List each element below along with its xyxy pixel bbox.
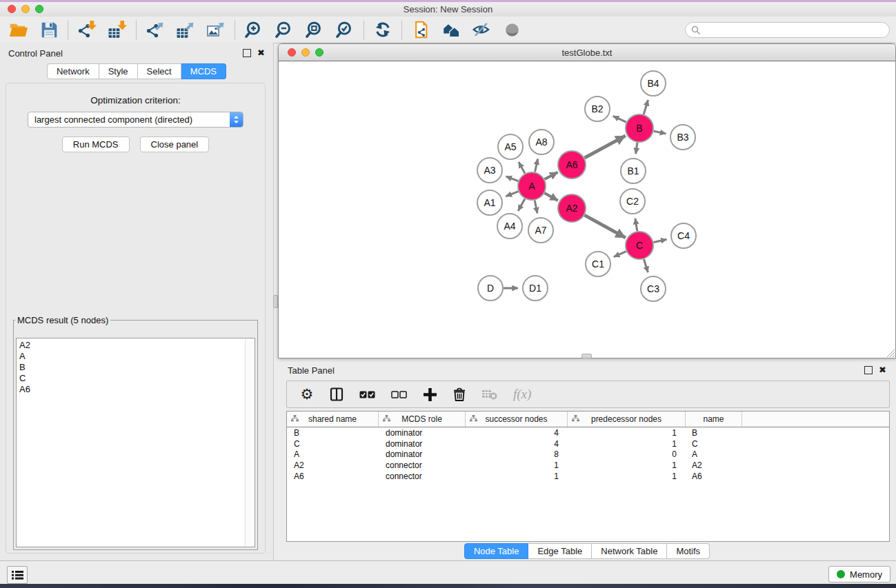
import-table-icon[interactable] xyxy=(106,19,128,41)
table-row[interactable]: Adominator80A xyxy=(287,449,889,460)
export-network-icon[interactable] xyxy=(144,19,166,41)
graph-node-A[interactable]: A xyxy=(518,172,546,200)
refresh-view-icon[interactable] xyxy=(372,19,394,41)
table-row[interactable]: A2connector11A2 xyxy=(287,460,889,471)
optimization-criterion-select[interactable]: largest connected component (directed) xyxy=(28,112,243,128)
network-window-close-light[interactable] xyxy=(288,48,296,57)
tab-motifs[interactable]: Motifs xyxy=(667,543,710,559)
column-header-MCDS-role[interactable]: MCDS role xyxy=(379,412,466,427)
graph-edge-B-B2[interactable] xyxy=(613,116,626,122)
graph-edge-C-C1[interactable] xyxy=(614,252,626,257)
column-header-successor-nodes[interactable]: successor nodes xyxy=(466,412,568,427)
graph-edge-A-A6[interactable] xyxy=(545,172,558,179)
graph-node-B2[interactable]: B2 xyxy=(585,97,610,121)
graph-node-A5[interactable]: A5 xyxy=(498,134,523,159)
tab-select[interactable]: Select xyxy=(138,63,181,79)
vertical-splitter-handle[interactable] xyxy=(273,295,278,308)
table-row[interactable]: A6connector11A6 xyxy=(287,471,889,482)
graph-edge-A2-C[interactable] xyxy=(584,215,626,238)
graph-node-B4[interactable]: B4 xyxy=(641,71,666,96)
show-columns-icon[interactable] xyxy=(330,386,344,403)
graph-edge-C-C3[interactable] xyxy=(644,259,648,272)
zoom-fit-icon[interactable] xyxy=(303,19,326,41)
graph-node-D1[interactable]: D1 xyxy=(523,276,548,301)
export-image-icon[interactable] xyxy=(205,19,227,41)
tab-mcds[interactable]: MCDS xyxy=(181,63,226,79)
graph-edge-B-B4[interactable] xyxy=(644,100,648,114)
graph-edge-C-C4[interactable] xyxy=(654,239,667,242)
graph-edge-A-A4[interactable] xyxy=(518,199,525,211)
select-all-icon[interactable] xyxy=(359,386,375,403)
horizontal-splitter-handle[interactable] xyxy=(581,354,592,358)
tab-style[interactable]: Style xyxy=(99,63,138,79)
list-scrollbar-track[interactable] xyxy=(245,338,255,547)
column-header-predecessor-nodes[interactable]: predecessor nodes xyxy=(568,412,686,427)
mcds-result-item[interactable]: A2 xyxy=(19,340,242,351)
graph-edge-A6-B[interactable] xyxy=(585,136,626,158)
graph-node-A6[interactable]: A6 xyxy=(558,151,586,179)
show-all-eye-icon[interactable] xyxy=(501,19,523,41)
search-input[interactable] xyxy=(685,22,890,38)
first-neighbors-icon[interactable] xyxy=(440,19,462,41)
graph-node-A7[interactable]: A7 xyxy=(528,218,553,243)
graph-node-C2[interactable]: C2 xyxy=(620,189,645,214)
graph-edge-A-A2[interactable] xyxy=(544,193,558,201)
column-header-shared-name[interactable]: shared name xyxy=(287,412,379,427)
column-header-name[interactable]: name xyxy=(686,412,742,427)
graph-edge-C-C2[interactable] xyxy=(635,219,637,232)
close-panel-button[interactable]: Close panel xyxy=(140,136,210,152)
mcds-result-item[interactable]: B xyxy=(19,362,242,373)
tab-node-table[interactable]: Node Table xyxy=(464,543,529,559)
float-table-panel-icon[interactable] xyxy=(864,366,873,374)
zoom-out-icon[interactable] xyxy=(273,19,295,41)
graph-edge-A-A1[interactable] xyxy=(506,192,518,196)
window-resize-grip[interactable] xyxy=(886,348,895,357)
clone-network-icon[interactable] xyxy=(410,19,432,41)
hide-selected-eye-icon[interactable] xyxy=(470,19,492,41)
mcds-result-item[interactable]: A xyxy=(19,351,242,362)
graph-edge-B-B1[interactable] xyxy=(636,143,637,154)
graph-node-C4[interactable]: C4 xyxy=(671,223,696,248)
network-canvas[interactable]: ABCA1A2A3A4A5A6A7A8B1B2B3B4C1C2C3C4DD1 xyxy=(279,61,895,358)
network-window-maximize-light[interactable] xyxy=(315,48,323,57)
graph-node-C1[interactable]: C1 xyxy=(586,252,610,276)
mcds-result-item[interactable]: C xyxy=(19,373,242,384)
close-table-panel-icon[interactable]: ✖ xyxy=(879,367,886,374)
float-panel-icon[interactable] xyxy=(243,49,251,57)
tab-network[interactable]: Network xyxy=(47,63,99,79)
table-row[interactable]: Bdominator41B xyxy=(287,427,889,438)
graph-edge-B-B3[interactable] xyxy=(654,131,666,134)
graph-edge-A-A5[interactable] xyxy=(519,162,525,174)
task-history-button[interactable] xyxy=(7,566,28,584)
graph-edge-A-A3[interactable] xyxy=(506,176,518,181)
zoom-in-icon[interactable] xyxy=(243,19,265,41)
graph-node-A1[interactable]: A1 xyxy=(477,190,502,215)
unselect-all-icon[interactable] xyxy=(391,386,407,403)
table-options-gear-icon[interactable]: ⚙ xyxy=(300,386,314,403)
graph-edge-A-A7[interactable] xyxy=(535,201,537,214)
graph-node-A4[interactable]: A4 xyxy=(497,214,522,239)
save-session-icon[interactable] xyxy=(38,19,60,41)
table-row[interactable]: Cdominator41C xyxy=(287,438,889,449)
graph-node-A8[interactable]: A8 xyxy=(529,130,554,154)
graph-node-A2[interactable]: A2 xyxy=(558,194,586,222)
delete-column-trash-icon[interactable] xyxy=(452,386,466,403)
memory-button[interactable]: Memory xyxy=(828,566,890,582)
graph-node-B1[interactable]: B1 xyxy=(621,159,646,183)
network-window-minimize-light[interactable] xyxy=(301,48,310,57)
open-file-icon[interactable] xyxy=(8,19,30,41)
graph-node-C[interactable]: C xyxy=(626,232,653,259)
graph-edge-A-A8[interactable] xyxy=(535,159,538,172)
mcds-result-item[interactable]: A6 xyxy=(19,384,242,395)
zoom-selected-icon[interactable] xyxy=(334,19,356,41)
graph-node-B[interactable]: B xyxy=(626,114,653,142)
tab-network-table[interactable]: Network Table xyxy=(592,543,667,559)
graph-node-A3[interactable]: A3 xyxy=(477,158,502,183)
graph-node-B3[interactable]: B3 xyxy=(670,125,695,150)
run-mcds-button[interactable]: Run MCDS xyxy=(62,136,130,152)
close-panel-icon[interactable]: ✖ xyxy=(257,50,265,57)
graph-node-C3[interactable]: C3 xyxy=(641,276,666,301)
tab-edge-table[interactable]: Edge Table xyxy=(528,543,592,559)
graph-node-D[interactable]: D xyxy=(478,276,503,301)
export-table-icon[interactable] xyxy=(175,19,197,41)
